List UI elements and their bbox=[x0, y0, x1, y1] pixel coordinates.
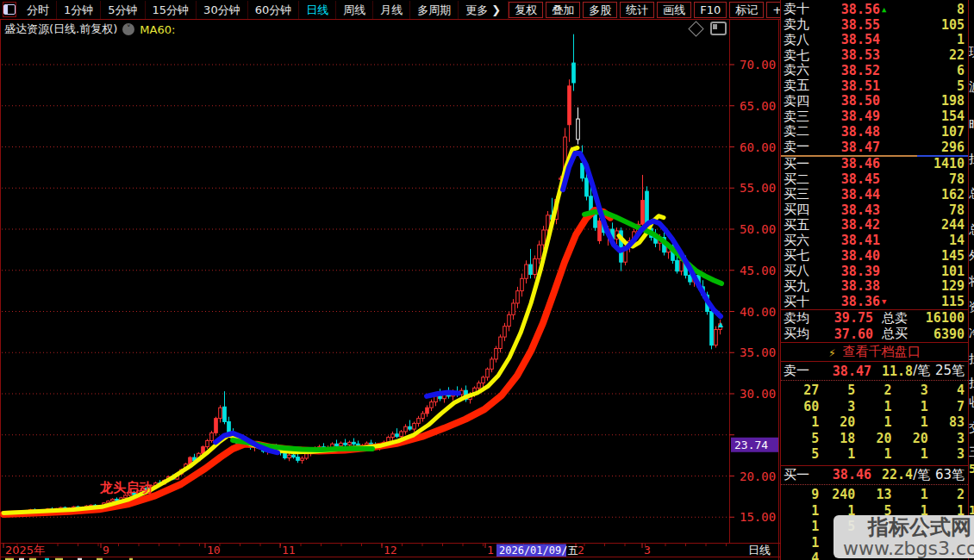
buy-cell-0-2: 13 bbox=[855, 487, 891, 503]
bid-row-6[interactable]: 买六38.4114 bbox=[781, 233, 968, 248]
bid-row-7[interactable]: 买七38.40145 bbox=[781, 248, 968, 264]
bid-volume: 145 bbox=[892, 248, 965, 264]
sell1-per-unit: /笔 bbox=[913, 363, 930, 379]
sell-average-row: 卖均 39.75 总卖 16100 bbox=[781, 310, 968, 327]
page-title: 盛达资源(日线.前复权) bbox=[4, 22, 117, 37]
toolbar-button-多股[interactable]: 多股 bbox=[583, 2, 617, 18]
candlestick-chart[interactable]: 70.0065.0060.0055.0050.0045.0040.0035.00… bbox=[0, 19, 780, 560]
ask-label: 卖五 bbox=[784, 78, 825, 94]
clipped-char: 5 bbox=[969, 462, 974, 476]
bid-row-3[interactable]: 买三38.44162 bbox=[781, 187, 968, 202]
buy-avg-label: 买均 bbox=[784, 326, 823, 342]
diamond-icon[interactable] bbox=[688, 21, 703, 36]
x-label-10: 10 bbox=[207, 544, 221, 557]
bid-label: 买七 bbox=[784, 247, 825, 264]
menu-item-周线[interactable]: 周线 bbox=[336, 1, 373, 19]
total-buy-value: 6390 bbox=[908, 327, 965, 342]
toolbar-button-画线[interactable]: 画线 bbox=[657, 2, 691, 18]
clipped-char: 外 bbox=[969, 248, 974, 264]
candle-body bbox=[503, 327, 507, 337]
order-book-panel: 卖十38.56▲8卖九38.55105卖八38.541卖七38.5322卖六38… bbox=[780, 0, 968, 560]
sell-cell-3-1: 18 bbox=[819, 431, 855, 447]
sell1-count: 25笔 bbox=[930, 363, 965, 379]
layout-toggle-icon[interactable] bbox=[3, 2, 16, 17]
toolbar-button-复权[interactable]: 复权 bbox=[509, 2, 543, 18]
candle-body bbox=[430, 402, 434, 408]
bid-row-10[interactable]: 买十38.36▼115 bbox=[781, 294, 968, 309]
total-buy-label: 总买 bbox=[882, 326, 908, 342]
ask-label: 卖九 bbox=[784, 16, 825, 33]
bid-row-1[interactable]: 买一38.461410 bbox=[781, 157, 968, 172]
sell-cell-2-4: 83 bbox=[928, 414, 965, 431]
lightning-icon: ⚡ bbox=[828, 345, 835, 359]
ask-row-1[interactable]: 卖十38.56▲8 bbox=[781, 2, 968, 17]
menu-item-5分钟[interactable]: 5分钟 bbox=[101, 1, 145, 19]
candle-body bbox=[572, 63, 576, 83]
buy-cell-0-4: 2 bbox=[928, 487, 965, 503]
ask-row-5[interactable]: 卖六38.526 bbox=[781, 63, 968, 78]
bid-label: 买一 bbox=[784, 156, 825, 172]
menu-item-月线[interactable]: 月线 bbox=[373, 1, 410, 19]
candle-body bbox=[641, 201, 645, 225]
candle-body bbox=[228, 421, 231, 432]
bid-label: 买二 bbox=[784, 171, 825, 188]
menu-item-日线[interactable]: 日线 bbox=[299, 1, 336, 19]
sell1-per-value: 11.8 bbox=[882, 364, 913, 379]
candle-body bbox=[676, 260, 679, 271]
watermark-title: 指标公式网 bbox=[834, 516, 974, 538]
toolbar-button-F10[interactable]: F10 bbox=[694, 2, 727, 18]
menu-item-30分钟[interactable]: 30分钟 bbox=[197, 1, 248, 19]
y-label-20: 20.00 bbox=[740, 470, 776, 483]
bid-price: 38.45 bbox=[825, 171, 880, 187]
candle-body bbox=[508, 314, 511, 326]
candle-body bbox=[598, 221, 602, 240]
menu-item-60分钟[interactable]: 60分钟 bbox=[248, 1, 300, 19]
sell-cell-1-3: 1 bbox=[892, 399, 928, 415]
sell-cell-4-4: 3 bbox=[928, 446, 965, 463]
ask-row-2[interactable]: 卖九38.55105 bbox=[781, 17, 968, 33]
menu-item-多周期[interactable]: 多周期 bbox=[410, 1, 459, 19]
bid-price: 38.40 bbox=[825, 248, 880, 264]
x-label-9: 9 bbox=[103, 544, 109, 557]
buy1-detail-header: 买一 38.46 22.4 /笔 63笔 bbox=[781, 466, 968, 485]
menu-item-更多 ❯[interactable]: 更多 ❯ bbox=[459, 1, 509, 19]
sell-cell-0-1: 5 bbox=[819, 383, 855, 399]
bid-row-5[interactable]: 买五38.42244 bbox=[781, 218, 968, 233]
sell1-price: 38.47 bbox=[821, 364, 871, 379]
up-arrow-icon: ▲ bbox=[880, 5, 892, 14]
bid-row-4[interactable]: 买四38.4378 bbox=[781, 202, 968, 218]
ask-volume: 105 bbox=[892, 17, 965, 33]
split-panel-icon[interactable] bbox=[710, 22, 727, 35]
ask-row-8[interactable]: 卖三38.49154 bbox=[781, 109, 968, 124]
buy1-per-value: 22.4 bbox=[882, 467, 913, 482]
toolbar-button-叠加[interactable]: 叠加 bbox=[546, 2, 580, 18]
ask-price: 38.53 bbox=[825, 47, 880, 63]
candle-body bbox=[577, 119, 580, 140]
chart-region: 盛达资源(日线.前复权) ˅ MA60: 70.0065.0060.0055.0… bbox=[0, 19, 780, 560]
ask-row-7[interactable]: 卖四38.50198 bbox=[781, 94, 968, 109]
toolbar-button-统计[interactable]: 统计 bbox=[620, 2, 654, 18]
candle-body bbox=[495, 348, 498, 358]
menu-item-1分钟[interactable]: 1分钟 bbox=[57, 1, 101, 19]
bid-row-2[interactable]: 买二38.4578 bbox=[781, 171, 968, 187]
ask-row-3[interactable]: 卖八38.541 bbox=[781, 33, 968, 48]
top-toolbar: 分时1分钟5分钟15分钟30分钟60分钟日线周线月线多周期更多 ❯ 复权叠加多股… bbox=[0, 0, 780, 20]
y-label-50: 50.00 bbox=[740, 222, 776, 236]
view-full-depth-link[interactable]: ⚡ 查看千档盘口 bbox=[781, 343, 968, 362]
menu-item-15分钟[interactable]: 15分钟 bbox=[146, 1, 197, 19]
clipped-char: 挂 bbox=[969, 152, 974, 167]
x-label-1: 1 bbox=[487, 544, 494, 557]
chevron-down-icon[interactable]: ˅ bbox=[122, 23, 134, 35]
clipped-char: 波 bbox=[969, 79, 974, 95]
ask-volume: 107 bbox=[892, 124, 965, 140]
bid-row-8[interactable]: 买八38.39101 bbox=[781, 264, 968, 279]
bid-row-9[interactable]: 买九38.38129 bbox=[781, 279, 968, 295]
total-sell-value: 16100 bbox=[908, 310, 965, 326]
candle-body bbox=[111, 499, 115, 501]
ask-row-9[interactable]: 卖二38.48107 bbox=[781, 124, 968, 140]
menu-item-分时[interactable]: 分时 bbox=[20, 1, 57, 19]
toolbar-button-标记[interactable]: 标记 bbox=[729, 2, 764, 18]
ask-row-4[interactable]: 卖七38.5322 bbox=[781, 47, 968, 63]
ask-row-10[interactable]: 卖一38.47296 bbox=[781, 140, 968, 155]
ask-row-6[interactable]: 卖五38.515 bbox=[781, 78, 968, 94]
